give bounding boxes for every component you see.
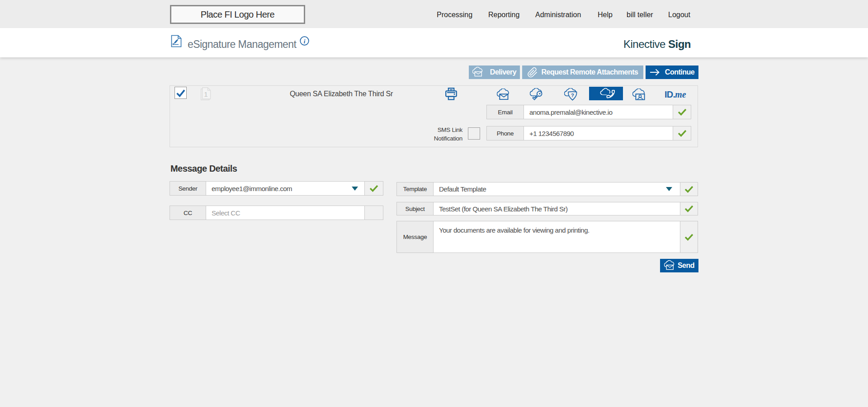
svg-text:i: i [304,38,306,45]
svg-text:x: x [172,42,174,46]
svg-text:?: ? [571,93,574,98]
svg-text:1: 1 [204,90,208,98]
